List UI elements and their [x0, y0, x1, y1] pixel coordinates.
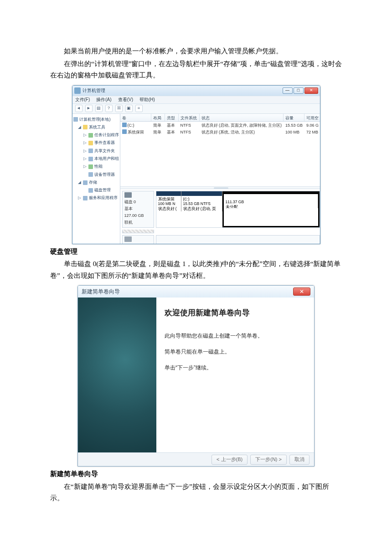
- minimize-button[interactable]: —: [283, 87, 293, 94]
- tree-diskmgmt[interactable]: 磁盘管理: [94, 187, 111, 194]
- heading-disk-management: 硬盘管理: [50, 246, 342, 258]
- disk-legend-hatch: [122, 230, 154, 233]
- pane-splitter[interactable]: [120, 186, 320, 189]
- cdrom-label[interactable]: CD-ROM 0 DVD (D:): [122, 235, 154, 244]
- wizard-heading: 欢迎使用新建简单卷向导: [165, 307, 306, 320]
- toolbar-button[interactable]: ?: [105, 105, 113, 112]
- tree-perf[interactable]: 性能: [94, 163, 103, 170]
- tree-root[interactable]: 计算机管理(本地): [79, 116, 111, 123]
- wizard-content: 欢迎使用新建简单卷向导 此向导帮助您在磁盘上创建一个简单卷。 简单卷只能在单一磁…: [156, 298, 314, 452]
- maximize-button[interactable]: □: [294, 87, 304, 94]
- toolbar: ◄ ► ▤ ? ☒ ▣ ≡: [72, 104, 320, 114]
- wizard-titlebar: 新建简单卷向导 ✕: [78, 286, 314, 298]
- fwd-icon[interactable]: ►: [85, 105, 93, 112]
- back-button[interactable]: < 上一步(B): [211, 455, 248, 465]
- menu-file[interactable]: 文件(F): [75, 96, 90, 103]
- tree-devmgr[interactable]: 设备管理器: [94, 171, 115, 178]
- new-simple-volume-wizard: 新建简单卷向导 ✕ 欢迎使用新建简单卷向导 此向导帮助您在磁盘上创建一个简单卷。…: [77, 285, 315, 467]
- volume-row[interactable]: (C:) 简单 基本 NTFS 状态良好 (启动, 页面文件, 故障转储, 主分…: [120, 122, 320, 128]
- computer-management-window: 计算机管理 — □ ✕ 文件(F) 操作(A) 查看(V) 帮助(H) ◄ ► …: [72, 85, 320, 244]
- body-paragraph-2: 在弹出的“计算机管理”窗口中，在左边导航栏中展开“存储”项，单击“磁盘管理”选项…: [50, 58, 342, 82]
- disk-0-row: 磁盘 0 基本 127.00 GB 联机 系统保留 100 MB N 状态良好 …: [122, 191, 320, 228]
- col-free[interactable]: 可用空: [304, 114, 320, 121]
- next-button[interactable]: 下一步(N) >: [250, 455, 287, 465]
- tree-systools[interactable]: 系统工具: [89, 124, 105, 131]
- disk-graph-pane: 磁盘 0 基本 127.00 GB 联机 系统保留 100 MB N 状态良好 …: [120, 189, 320, 244]
- cancel-button[interactable]: 取消: [289, 455, 309, 465]
- body-paragraph-1: 如果当前用户使用的是一个标准帐户，会要求用户输入管理员帐户凭据。: [50, 46, 342, 57]
- disk-label[interactable]: 磁盘 0 基本 127.00 GB 联机: [122, 191, 154, 228]
- col-volume[interactable]: 卷: [120, 114, 151, 121]
- toolbar-button[interactable]: ≡: [135, 105, 143, 112]
- window-title: 计算机管理: [83, 87, 281, 94]
- toolbar-button[interactable]: ☒: [115, 105, 123, 112]
- back-icon[interactable]: ◄: [75, 105, 83, 112]
- col-type[interactable]: 类型: [165, 114, 179, 121]
- body-paragraph-3: 单击磁盘 0(若是第二块硬盘，则是磁盘 1，以此类推)中的“未分配”空间，右键选…: [50, 258, 342, 282]
- app-icon: [74, 87, 81, 94]
- wizard-title: 新建简单卷向导: [82, 287, 293, 296]
- menu-view[interactable]: 查看(V): [118, 96, 133, 103]
- wizard-footer: < 上一步(B) 下一步(N) > 取消: [78, 452, 314, 466]
- nav-tree: 计算机管理(本地) ◢系统工具 ▷任务计划程序 ▷事件查看器 ▷共享文件夹 ▷本…: [72, 114, 120, 244]
- tree-users[interactable]: 本地用户和组: [94, 155, 119, 162]
- window-titlebar: 计算机管理 — □ ✕: [72, 86, 320, 96]
- tree-storage[interactable]: 存储: [89, 179, 97, 186]
- menu-help[interactable]: 帮助(H): [139, 96, 155, 103]
- volume-row[interactable]: 系统保留 简单 基本 NTFS 状态良好 (系统, 活动, 主分区) 100 M…: [120, 128, 320, 135]
- volume-icon: [122, 123, 127, 127]
- wizard-sidebar-graphic: [78, 298, 156, 452]
- partition-unallocated[interactable]: 111.37 GB 未分配: [224, 194, 319, 208]
- volume-icon: [122, 129, 127, 134]
- cdrom-icon: [124, 236, 132, 242]
- cdrom-row: CD-ROM 0 DVD (D:): [122, 235, 320, 244]
- volume-header: 卷 布局 类型 文件系统 状态 容量 可用空: [120, 114, 320, 122]
- col-fs[interactable]: 文件系统: [179, 114, 200, 121]
- heading-wizard: 新建简单卷向导: [50, 468, 342, 480]
- close-button[interactable]: ✕: [304, 87, 318, 94]
- tree-eventviewer[interactable]: 事件查看器: [94, 139, 115, 146]
- menu-action[interactable]: 操作(A): [96, 96, 111, 103]
- col-status[interactable]: 状态: [200, 114, 284, 121]
- col-capacity[interactable]: 容量: [284, 114, 304, 121]
- tree-shared[interactable]: 共享文件夹: [94, 148, 115, 154]
- tree-scheduler[interactable]: 任务计划程序: [94, 132, 119, 138]
- toolbar-button[interactable]: ▤: [95, 105, 103, 112]
- menubar: 文件(F) 操作(A) 查看(V) 帮助(H): [72, 96, 320, 104]
- center-pane: 卷 布局 类型 文件系统 状态 容量 可用空 (C:) 简单 基本 NTFS 状…: [120, 114, 320, 244]
- partition-system-reserved[interactable]: 系统保留 100 MB N 状态良好 (: [156, 196, 181, 211]
- close-button[interactable]: ✕: [293, 287, 310, 296]
- wizard-line-1: 此向导帮助您在磁盘上创建一个简单卷。: [165, 332, 306, 340]
- wizard-line-2: 简单卷只能在单一磁盘上。: [165, 348, 306, 356]
- partition-c[interactable]: (C:) 15.53 GB NTFS 状态良好 (启动, 页面文: [181, 196, 222, 211]
- disk-icon: [124, 192, 132, 198]
- tree-services[interactable]: 服务和应用程序: [89, 195, 118, 201]
- col-layout[interactable]: 布局: [151, 114, 165, 121]
- body-paragraph-4: 在“新建简单卷”向导欢迎界面单击“下一步”按钮，会显示设定分区大小的页面，如下图…: [50, 481, 342, 504]
- toolbar-button[interactable]: ▣: [125, 105, 133, 112]
- wizard-line-3: 单击“下一步”继续。: [165, 364, 306, 372]
